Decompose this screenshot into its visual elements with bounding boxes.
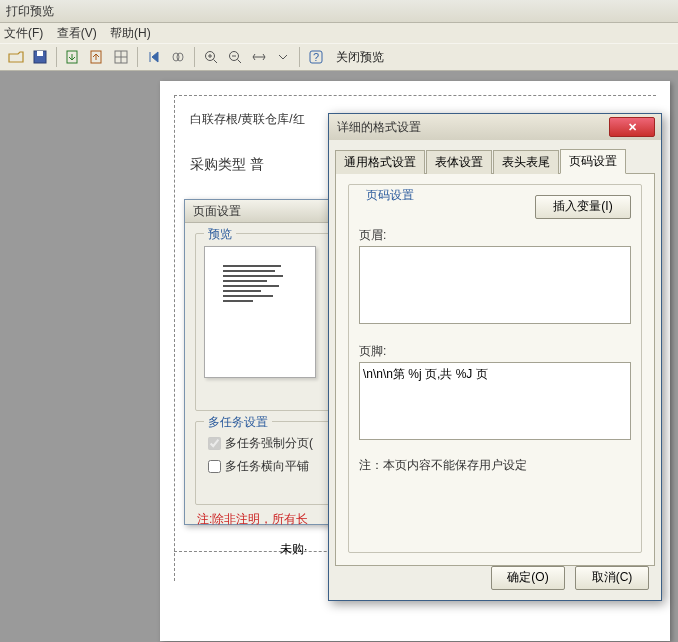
tab-general[interactable]: 通用格式设置 [335,150,425,174]
format-dialog-titlebar[interactable]: 详细的格式设置 ✕ [329,114,661,140]
import-icon[interactable] [88,48,106,66]
svg-rect-1 [37,51,43,56]
page-number-fieldset-label: 页码设置 [363,187,417,204]
ok-button[interactable]: 确定(O) [491,566,565,590]
zoom-in-icon[interactable] [202,48,220,66]
page-header-input[interactable] [359,246,631,324]
chevron-down-icon[interactable] [274,48,292,66]
page-footer-text: 未购· [280,541,307,558]
tab-font[interactable]: 表体设置 [426,150,492,174]
fit-width-icon[interactable] [250,48,268,66]
force-paging-label: 多任务强制分页( [225,435,313,452]
grid-icon[interactable] [112,48,130,66]
link-icon[interactable] [169,48,187,66]
main-window-title: 打印预览 [0,0,678,23]
page-header-label: 页眉: [359,227,631,244]
tile-horizontal-label: 多任务横向平铺 [225,458,309,475]
export-icon[interactable] [64,48,82,66]
format-tabs: 通用格式设置 表体设置 表头表尾 页码设置 [335,148,655,174]
insert-variable-button[interactable]: 插入变量(I) [535,195,631,219]
tab-panel-page-number: 页码设置 插入变量(I) 页眉: 页脚: 注：本页内容不能保存用户设定 [335,174,655,566]
save-icon[interactable] [31,48,49,66]
close-preview-button[interactable]: 关闭预览 [336,49,384,66]
format-dialog-title: 详细的格式设置 [337,119,421,136]
multitask-group-label: 多任务设置 [204,414,272,431]
first-page-icon[interactable] [145,48,163,66]
toolbar: ? 关闭预览 [0,43,678,71]
close-icon[interactable]: ✕ [609,117,655,137]
tab-header-footer[interactable]: 表头表尾 [493,150,559,174]
zoom-out-icon[interactable] [226,48,244,66]
cancel-button[interactable]: 取消(C) [575,566,649,590]
svg-text:?: ? [313,51,319,63]
format-detail-dialog: 详细的格式设置 ✕ 通用格式设置 表体设置 表头表尾 页码设置 页码设置 插入变… [328,113,662,601]
preview-group-label: 预览 [204,226,236,243]
menu-bar: 文件(F) 查看(V) 帮助(H) [0,23,678,43]
preview-canvas: 白联存根/黄联仓库/红 采购类型 普 未购· 页面设置 预览 多任务设置 多任务… [0,71,678,642]
page-footer-input[interactable] [359,362,631,440]
svg-point-6 [177,53,183,61]
help-icon[interactable]: ? [307,48,325,66]
menu-file[interactable]: 文件(F) [4,26,43,40]
page-thumbnail [204,246,316,378]
tab-page-number[interactable]: 页码设置 [560,149,626,174]
menu-help[interactable]: 帮助(H) [110,26,151,40]
page-footer-label: 页脚: [359,343,631,360]
menu-view[interactable]: 查看(V) [57,26,97,40]
open-icon[interactable] [7,48,25,66]
page-number-hint: 注：本页内容不能保存用户设定 [359,457,631,474]
